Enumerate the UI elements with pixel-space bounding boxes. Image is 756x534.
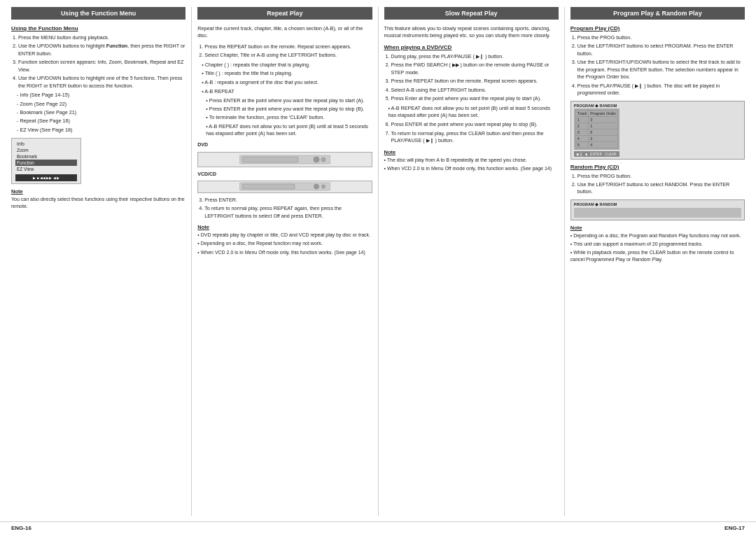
random-play-heading: Random Play (CD) — [570, 164, 745, 170]
program-steps: Press the PROG button. Use the LEFT/RIGH… — [570, 34, 745, 97]
note-text: • When VCD 2.0 is in Menu Off mode only,… — [197, 249, 372, 256]
bullet-item: • Chapter ( ) : repeats the chapter that… — [202, 62, 372, 69]
step-item: Press Enter at the point where you want … — [391, 95, 559, 102]
menu-item-zoom: Zoom — [15, 147, 77, 153]
svg-point-6 — [314, 184, 318, 189]
repeat-bullets: • Chapter ( ) : repeats the chapter that… — [202, 62, 372, 86]
step-item: Press the PROG button. — [578, 34, 745, 41]
step-item: Press the PLAY/PAUSE ( ▶❙ ) button. The … — [578, 83, 745, 97]
note-section-program: Note • Depending on a disc, the Program … — [570, 225, 745, 264]
function-steps: Press the MENU button during playback. U… — [11, 34, 186, 90]
note-title: Note — [570, 225, 745, 231]
note-section-slow: Note • The disc will play from A to B re… — [384, 149, 559, 172]
step-item: Use the UP/DOWN buttons to highlight Fun… — [18, 43, 186, 57]
step-item: During play, press the PLAY/PAUSE ( ▶❙ )… — [391, 53, 559, 60]
repeat-intro: Repeat the current track, chapter, title… — [197, 25, 372, 40]
step-item: To return to normal play, press the CLEA… — [391, 130, 559, 145]
note-text: • The disc will play from A to B repeate… — [384, 157, 559, 164]
repeat-steps-cont: Press ENTER. To return to normal play, p… — [197, 197, 372, 220]
ab-item: • Press ENTER at the point where you wan… — [206, 106, 372, 113]
note-text: • Depending on a disc, the Repeat functi… — [197, 240, 372, 247]
sub-item: - Repeat (See Page 16) — [17, 118, 186, 125]
footer-right: ENG-17 — [724, 525, 745, 531]
sub-list: - Info (See Page 14-15) - Zoom (See Page… — [11, 92, 186, 134]
step-item: Select A-B using the LEFT/RIGHT buttons. — [391, 87, 559, 94]
ab-item: • A-B REPEAT does not allow you to set p… — [206, 123, 372, 138]
step-item: Press ENTER at the point where you want … — [391, 121, 559, 128]
note-text: You can also directly select these funct… — [11, 196, 186, 210]
step-item: Press the REPEAT button on the remote. R… — [204, 43, 372, 50]
col-header-repeat: Repeat Play — [197, 7, 372, 20]
note-text: • Depending on a disc, the Program and R… — [570, 232, 745, 239]
step-item: Use the UP/DOWN buttons to highlight one… — [18, 75, 186, 90]
ab-sub-bullets: • Press ENTER at the point where you wan… — [206, 97, 372, 138]
svg-rect-5 — [242, 184, 295, 189]
function-menu-illustration: Info Zoom Bookmark Function EZ View ▶ ■ … — [11, 138, 81, 184]
program-play-heading: Program Play (CD) — [570, 25, 745, 31]
sub-item: - Zoom (See Page 22) — [17, 101, 186, 108]
ab-label: • A-B REPEAT — [202, 88, 372, 95]
note-title: Note — [384, 149, 559, 155]
slow-steps: During play, press the PLAY/PAUSE ( ▶❙ )… — [384, 53, 559, 103]
note-title: Note — [11, 188, 186, 195]
step-item: Use the LEFT/RIGHT buttons to select PRO… — [578, 43, 745, 57]
menu-item-ezview: EZ View — [15, 166, 77, 172]
column-program-random: Program Play & Random Play Program Play … — [565, 7, 750, 516]
vcdcd-device-illustration — [197, 181, 372, 193]
step-item: Function selection screen appears: Info,… — [18, 59, 186, 73]
note-section-function: Note You can also directly select these … — [11, 188, 186, 210]
device-bar: ▶ ■ ◀◀ ▶▶ ◀ ▶ — [15, 174, 77, 181]
ab-note-text: • A-B REPEAT does not allow you to set p… — [388, 105, 559, 120]
step-item: Press the PROG button. — [578, 173, 745, 180]
sub-item: - EZ View (See Page 18) — [17, 127, 186, 134]
note-text: • When VCD 2.0 is in Menu Off mode only,… — [384, 165, 559, 172]
footer-left: ENG-16 — [11, 525, 31, 531]
svg-point-2 — [314, 157, 319, 162]
bullet-item: • A-B : repeats a segment of the disc th… — [202, 79, 372, 86]
slow-intro: This feature allows you to slowly repeat… — [384, 25, 559, 40]
step-item: Select Chapter, Title or A-B using the L… — [204, 52, 372, 59]
page: Using the Function Menu Using the Functi… — [0, 0, 756, 534]
step-item: Use the LEFT/RIGHT/UP/DOWN buttons to se… — [578, 59, 745, 80]
col-header-program: Program Play & Random Play — [570, 7, 745, 20]
note-title: Note — [197, 224, 372, 230]
menu-item-info: Info — [15, 141, 77, 147]
prog-controls: ▶❙■ENTERCLEAR — [574, 151, 620, 157]
random-illustration: PROGRAM ◆ RANDOM — [570, 199, 745, 220]
step-item: To return to normal play, press REPEAT a… — [204, 205, 372, 220]
bullet-item: • Title ( ) : repeats the title that is … — [202, 70, 372, 77]
section-title-function: Using the Function Menu — [11, 25, 186, 31]
svg-point-7 — [321, 185, 325, 188]
note-text: • This unit can support a maximum of 20 … — [570, 241, 745, 248]
note-section-repeat: Note • DVD repeats play by chapter or ti… — [197, 224, 372, 255]
slow-steps-cont: Press ENTER at the point where you want … — [384, 121, 559, 144]
prog-table: TrackProgram Order 13 21 35 42 54 — [575, 110, 618, 148]
col-header-slow: Slow Repeat Play — [384, 7, 559, 20]
when-playing-heading: When playing a DVD/VCD — [384, 44, 559, 50]
repeat-steps: Press the REPEAT button on the remote. R… — [197, 43, 372, 59]
slow-ab-note: • A-B REPEAT does not allow you to set p… — [388, 105, 559, 120]
step-item: Press ENTER. — [204, 197, 372, 204]
sub-item: - Bookmark (See Page 21) — [17, 109, 186, 116]
step-item: Use the LEFT/RIGHT buttons to select RAN… — [578, 181, 745, 196]
sub-item: - Info (See Page 14-15) — [17, 92, 186, 99]
vcdcd-label: VCD/CD — [197, 171, 372, 178]
step-item: Press the REPEAT button on the remote. R… — [391, 78, 559, 85]
note-text: • DVD repeats play by chapter or title, … — [197, 232, 372, 239]
ab-item: • Press ENTER at the point where you wan… — [206, 97, 372, 104]
svg-point-3 — [321, 157, 326, 162]
dvd-label: DVD — [197, 141, 372, 148]
note-text: • While in playback mode, press the CLEA… — [570, 249, 745, 263]
menu-item-bookmark: Bookmark — [15, 153, 77, 160]
ab-repeat-section: • A-B REPEAT • Press ENTER at the point … — [202, 88, 372, 138]
column-function-menu: Using the Function Menu Using the Functi… — [6, 7, 192, 516]
dvd-device-illustration — [197, 152, 372, 167]
col-header-function: Using the Function Menu — [11, 7, 186, 20]
program-illustration: PROGRAM ◆ RANDOM TrackProgram Order 13 2… — [570, 101, 745, 160]
column-repeat-play: Repeat Play Repeat the current track, ch… — [192, 7, 378, 516]
column-slow-repeat: Slow Repeat Play This feature allows you… — [379, 7, 565, 516]
random-display — [574, 208, 741, 218]
footer: ENG-16 ENG-17 — [0, 521, 756, 534]
ab-item: • To terminate the function, press the '… — [206, 114, 372, 121]
columns-container: Using the Function Menu Using the Functi… — [0, 0, 756, 521]
